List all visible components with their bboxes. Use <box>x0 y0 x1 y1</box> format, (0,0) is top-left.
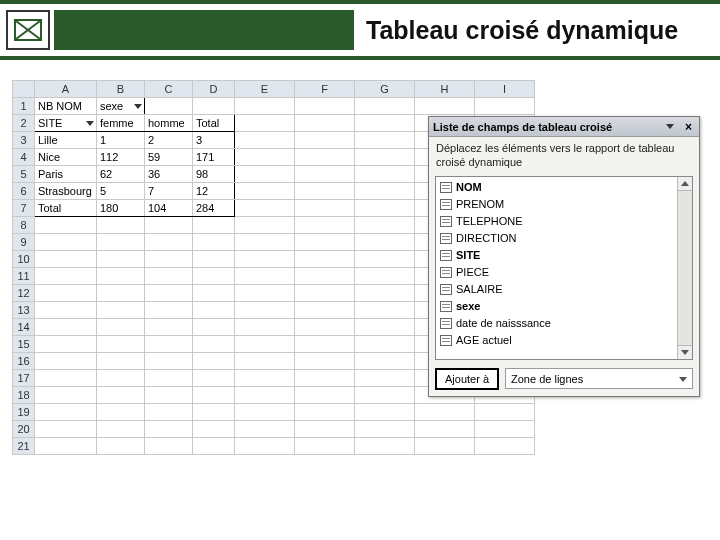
cell[interactable] <box>295 387 355 404</box>
pivot-value[interactable]: 12 <box>193 183 235 200</box>
row-header[interactable]: 2 <box>13 115 35 132</box>
row-header[interactable]: 3 <box>13 132 35 149</box>
cell[interactable] <box>295 370 355 387</box>
cell[interactable] <box>97 336 145 353</box>
pivot-row-label[interactable]: Paris <box>35 166 97 183</box>
pivot-col-header[interactable]: Total <box>193 115 235 132</box>
cell[interactable] <box>35 319 97 336</box>
col-header[interactable]: B <box>97 81 145 98</box>
cell[interactable] <box>295 268 355 285</box>
cell[interactable] <box>97 404 145 421</box>
cell[interactable] <box>355 217 415 234</box>
cell[interactable] <box>97 251 145 268</box>
cell[interactable] <box>475 404 535 421</box>
drop-zone-select[interactable]: Zone de lignes <box>505 368 693 389</box>
field-item[interactable]: PRENOM <box>438 196 690 213</box>
cell[interactable] <box>145 268 193 285</box>
row-header[interactable]: 8 <box>13 217 35 234</box>
cell[interactable] <box>145 336 193 353</box>
cell[interactable] <box>193 404 235 421</box>
cell[interactable] <box>235 302 295 319</box>
pivot-value[interactable]: 5 <box>97 183 145 200</box>
row-header[interactable]: 15 <box>13 336 35 353</box>
pivot-row-field[interactable]: SITE <box>35 115 97 132</box>
cell[interactable] <box>235 217 295 234</box>
cell[interactable] <box>295 98 355 115</box>
cell[interactable] <box>145 98 193 115</box>
cell[interactable] <box>355 387 415 404</box>
cell[interactable] <box>193 421 235 438</box>
row-header[interactable]: 19 <box>13 404 35 421</box>
cell[interactable] <box>355 421 415 438</box>
col-header[interactable]: A <box>35 81 97 98</box>
pivot-data-field[interactable]: NB NOM <box>35 98 97 115</box>
cell[interactable] <box>235 234 295 251</box>
cell[interactable] <box>295 166 355 183</box>
col-header[interactable]: D <box>193 81 235 98</box>
cell[interactable] <box>295 404 355 421</box>
cell[interactable] <box>355 115 415 132</box>
col-header[interactable]: F <box>295 81 355 98</box>
cell[interactable] <box>355 404 415 421</box>
scroll-up-icon[interactable] <box>678 177 692 191</box>
cell[interactable] <box>355 285 415 302</box>
cell[interactable] <box>355 166 415 183</box>
row-header[interactable]: 12 <box>13 285 35 302</box>
cell[interactable] <box>193 251 235 268</box>
cell[interactable] <box>295 217 355 234</box>
cell[interactable] <box>193 234 235 251</box>
row-header[interactable]: 20 <box>13 421 35 438</box>
cell[interactable] <box>415 404 475 421</box>
pivot-row-label[interactable]: Nice <box>35 149 97 166</box>
cell[interactable] <box>97 302 145 319</box>
cell[interactable] <box>295 200 355 217</box>
cell[interactable] <box>35 285 97 302</box>
cell[interactable] <box>295 319 355 336</box>
cell[interactable] <box>235 98 295 115</box>
field-item[interactable]: NOM <box>438 179 690 196</box>
pivot-col-header[interactable]: femme <box>97 115 145 132</box>
cell[interactable] <box>193 336 235 353</box>
pivot-row-label[interactable]: Strasbourg <box>35 183 97 200</box>
cell[interactable] <box>235 319 295 336</box>
cell[interactable] <box>295 336 355 353</box>
cell[interactable] <box>355 319 415 336</box>
cell[interactable] <box>415 421 475 438</box>
cell[interactable] <box>145 285 193 302</box>
cell[interactable] <box>97 285 145 302</box>
cell[interactable] <box>235 370 295 387</box>
cell[interactable] <box>355 98 415 115</box>
cell[interactable] <box>193 438 235 455</box>
cell[interactable] <box>295 353 355 370</box>
add-to-button[interactable]: Ajouter à <box>435 368 499 390</box>
cell[interactable] <box>355 149 415 166</box>
cell[interactable] <box>145 438 193 455</box>
cell[interactable] <box>235 336 295 353</box>
cell[interactable] <box>235 200 295 217</box>
field-item[interactable]: date de naisssance <box>438 315 690 332</box>
cell[interactable] <box>193 353 235 370</box>
cell[interactable] <box>235 438 295 455</box>
cell[interactable] <box>145 370 193 387</box>
close-icon[interactable]: × <box>682 120 695 134</box>
cell[interactable] <box>355 438 415 455</box>
cell[interactable] <box>295 183 355 200</box>
cell[interactable] <box>145 421 193 438</box>
cell[interactable] <box>35 438 97 455</box>
pivot-value[interactable]: 59 <box>145 149 193 166</box>
cell[interactable] <box>295 285 355 302</box>
row-header[interactable]: 6 <box>13 183 35 200</box>
cell[interactable] <box>475 438 535 455</box>
cell[interactable] <box>355 200 415 217</box>
pivot-value[interactable]: 171 <box>193 149 235 166</box>
pivot-row-label[interactable]: Lille <box>35 132 97 149</box>
cell[interactable] <box>35 370 97 387</box>
col-header[interactable]: H <box>415 81 475 98</box>
cell[interactable] <box>35 268 97 285</box>
cell[interactable] <box>355 251 415 268</box>
cell[interactable] <box>295 251 355 268</box>
cell[interactable] <box>193 302 235 319</box>
cell[interactable] <box>97 234 145 251</box>
cell[interactable] <box>193 217 235 234</box>
pivot-total-label[interactable]: Total <box>35 200 97 217</box>
